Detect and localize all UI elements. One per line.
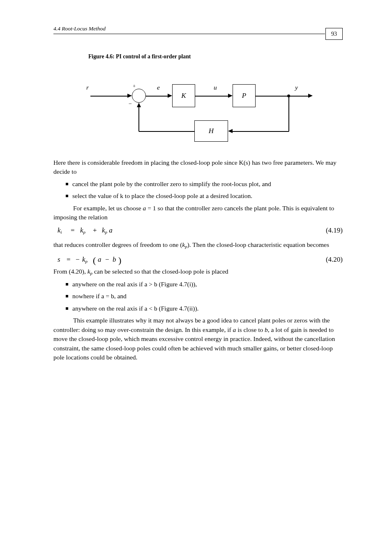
bullet-icon <box>66 307 68 310</box>
label-e: e <box>157 84 160 91</box>
page-number-box: 93 <box>325 28 343 40</box>
eq-number: (4.19) <box>326 226 343 236</box>
running-header: 4.4 Root-Locus Method 93 <box>53 25 343 35</box>
bullet-1b: select the value of k to place the close… <box>53 191 343 200</box>
block-H: H <box>194 120 228 142</box>
arrow-r-to-sum <box>90 96 128 97</box>
block-K-label: K <box>181 92 186 100</box>
label-y: y <box>295 84 298 91</box>
feedback-vline-right <box>288 96 289 131</box>
arrow-H-to-sum-v <box>138 107 139 131</box>
para-3: that reduces controller degrees of freed… <box>53 240 343 250</box>
arrowhead-H-to-sum <box>137 103 141 107</box>
block-P: P <box>233 84 256 107</box>
equation-4-19: ki = kp + kp a (4.19) <box>53 226 343 237</box>
bullet-icon <box>66 183 68 185</box>
arrow-H-to-sum-h <box>139 131 195 132</box>
arrow-K-to-P <box>195 96 229 97</box>
para-2: For example, let us choose a = 1 so that… <box>53 204 343 222</box>
bullet-2c: anywhere on the real axis if a < b (Figu… <box>53 304 343 313</box>
arrow-to-H <box>232 131 289 132</box>
eq-number: (4.20) <box>326 255 343 265</box>
header-text: 4.4 Root-Locus Method <box>53 25 106 32</box>
block-P-label: P <box>242 92 246 100</box>
body-text: Here there is considerable freedom in pl… <box>53 158 343 365</box>
equation-4-20: s = − kp ( a − b ) (4.20) <box>53 253 343 266</box>
block-K: K <box>172 84 195 107</box>
bullet-icon <box>66 283 68 286</box>
header-rule <box>53 34 325 34</box>
bullet-1a: cancel the plant pole by the controller … <box>53 180 343 189</box>
para-5: This example illustrates why it may not … <box>53 316 343 362</box>
figure-4-6: Figure 4.6: PI control of a first-order … <box>60 53 314 146</box>
bullet-icon <box>66 295 68 297</box>
arrow-sum-to-K <box>146 96 168 97</box>
label-r: r <box>86 84 89 91</box>
arrow-P-to-y <box>256 96 309 97</box>
block-H-label: H <box>209 127 214 135</box>
bullet-icon <box>66 195 68 197</box>
page-number: 93 <box>331 31 337 37</box>
para-4: From (4.20), kp can be selected so that … <box>53 267 343 277</box>
figure-caption: Figure 4.6: PI control of a first-order … <box>88 53 191 60</box>
bullet-2b: nowhere if a = b, and <box>53 292 343 301</box>
arrowhead-sum-to-K <box>168 94 172 98</box>
arrowhead-to-H <box>228 129 233 133</box>
sign-minus: − <box>129 101 132 107</box>
sign-plus: + <box>133 83 136 90</box>
para-1: Here there is considerable freedom in pl… <box>53 158 343 177</box>
bullet-2a: anywhere on the real axis if a > b (Figu… <box>53 280 343 289</box>
branch-node <box>287 94 290 97</box>
block-diagram: r + − e K u P y <box>80 78 335 146</box>
label-u: u <box>214 84 217 91</box>
arrowhead-K-to-P <box>228 94 233 98</box>
arrowhead-r-to-sum <box>127 94 132 98</box>
summing-junction <box>132 89 146 103</box>
arrowhead-P-to-y <box>308 94 313 98</box>
